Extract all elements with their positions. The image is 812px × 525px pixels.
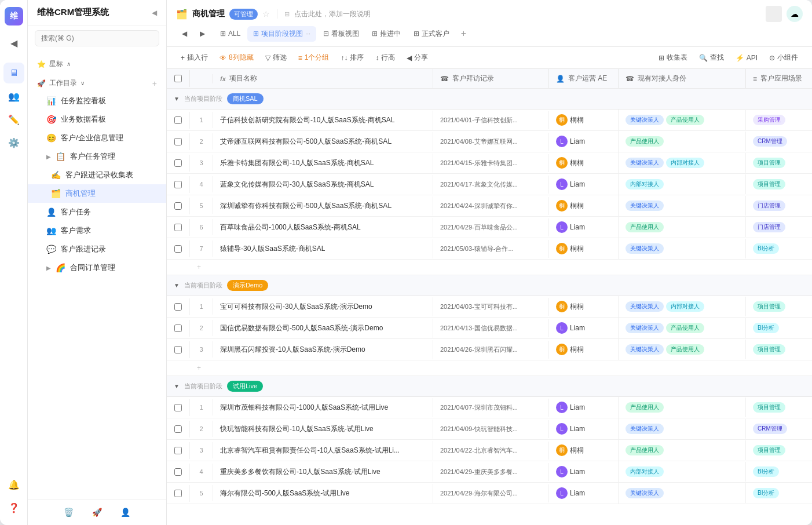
tab-kanban[interactable]: ⊟ 看板视图 (317, 26, 365, 42)
row-checkbox[interactable] (174, 303, 182, 311)
td-check[interactable] (167, 399, 190, 416)
search-input[interactable] (35, 30, 159, 46)
td-name[interactable]: 子信科技创新研究院有限公司-10人版SaaS系统-商机SAL (213, 111, 433, 130)
nav-icon-help[interactable]: ❓ (3, 497, 24, 518)
td-check[interactable] (167, 341, 190, 358)
sidebar-item-need[interactable]: 👥 客户需求 (28, 221, 166, 240)
add-row-demo[interactable]: + (167, 360, 812, 376)
group-btn[interactable]: ≡ 1个分组 (294, 50, 334, 65)
tab-advance[interactable]: ⊞ 推进中 (366, 26, 407, 42)
row-checkbox[interactable] (174, 325, 182, 332)
td-name[interactable]: 猿辅导-30人版SaaS系统-商机SAL (213, 239, 433, 258)
td-check[interactable] (167, 485, 190, 502)
user-avatar-small[interactable] (766, 6, 782, 22)
td-name[interactable]: 乐雅卡特集团有限公司-10人版SaaS系统-商机SAL (213, 154, 433, 173)
height-btn[interactable]: ↕ 行高 (371, 50, 400, 65)
td-check[interactable] (167, 176, 190, 193)
td-name[interactable]: 艾帝娜互联网科技有限公司-500人版SaaS系统-商机SAL (213, 132, 433, 151)
nav-icon-bell[interactable]: 🔔 (3, 474, 24, 495)
rocket-btn[interactable]: 🚀 (86, 504, 108, 520)
row-checkbox[interactable] (174, 490, 182, 497)
sidebar-item-ctask[interactable]: 👤 客户任务 (28, 203, 166, 221)
sidebar-item-contract[interactable]: ▶ 🌈 合同订单管理 (28, 258, 166, 277)
group-demo-collapse[interactable]: ▼ (174, 282, 180, 289)
find-btn[interactable]: 🔍 查找 (694, 50, 729, 65)
sidebar-item-opp[interactable]: 🗂️ 商机管理 (28, 184, 166, 203)
row-checkbox[interactable] (174, 116, 182, 124)
insert-row-btn[interactable]: + 插入行 (176, 50, 213, 65)
row-checkbox[interactable] (174, 404, 182, 411)
td-check[interactable] (167, 320, 190, 337)
favorite-icon[interactable]: ☆ (262, 9, 270, 19)
td-name[interactable]: 重庆美多多餐饮有限公司-10人版SaaS系统-试用Live (213, 462, 433, 482)
td-check[interactable] (167, 112, 190, 129)
td-name[interactable]: 深圳市茂钿科技有限公司-1000人版SaaS系统-试用Live (213, 398, 433, 417)
td-visit: 2021/04/26-深圳黑石闪耀... (433, 341, 549, 359)
add-workdir-btn[interactable]: + (152, 79, 157, 88)
row-checkbox[interactable] (174, 202, 182, 210)
view-nav-forward[interactable]: ▶ (194, 27, 211, 41)
collect-btn[interactable]: ⊞ 收集表 (654, 50, 692, 65)
row-checkbox[interactable] (174, 138, 182, 145)
add-row-sal[interactable]: + (167, 260, 812, 275)
add-view-btn[interactable]: + (456, 25, 471, 42)
row-checkbox[interactable] (174, 181, 182, 188)
sidebar-item-task-mgmt[interactable]: ▶ 📋 客户任务管理 (28, 147, 166, 166)
cloud-icon[interactable]: ☁ (787, 6, 803, 22)
th-checkbox[interactable] (167, 70, 190, 87)
td-check[interactable] (167, 198, 190, 214)
starred-section-header[interactable]: ⭐ 星标 ∧ (28, 56, 166, 72)
tab-stage[interactable]: ⊞ 项目阶段视图 ··· (247, 26, 316, 42)
tab-official[interactable]: ⊞ 正式客户 (408, 26, 455, 42)
row-checkbox[interactable] (174, 425, 182, 433)
td-check[interactable] (167, 442, 190, 459)
td-name[interactable]: 蓝象文化传媒有限公司-30人版SaaS系统-商机SAL (213, 175, 433, 194)
td-name[interactable]: 北京睿智汽车租赁有限责任公司-10人版SaaS系统-试用Li... (213, 441, 433, 460)
view-nav-back[interactable]: ◀ (176, 27, 193, 41)
group-live-collapse[interactable]: ▼ (174, 383, 180, 389)
sidebar-item-follow[interactable]: ✍️ 客户跟进记录收集表 (28, 166, 166, 184)
sidebar-item-biz[interactable]: 🎯 业务数据看板 (28, 110, 166, 129)
widget-btn[interactable]: ⊙ 小组件 (765, 50, 803, 65)
td-check[interactable] (167, 155, 190, 172)
row-checkbox[interactable] (174, 468, 182, 476)
user-add-btn[interactable]: 👤 (115, 504, 136, 520)
trash-btn[interactable]: 🗑️ (58, 504, 79, 520)
nav-icon-monitor[interactable]: 🖥 (3, 63, 24, 83)
td-name[interactable]: 深圳黑石闪耀投资-10人版SaaS系统-演示Demo (213, 340, 433, 359)
td-check[interactable] (167, 464, 190, 480)
td-check[interactable] (167, 298, 190, 315)
td-check[interactable] (167, 219, 190, 236)
td-name[interactable]: 深圳诚挚有你科技有限公司-500人版SaaS系统-商机SAL (213, 196, 433, 216)
nav-icon-gear[interactable]: ⚙️ (3, 132, 24, 153)
row-checkbox[interactable] (174, 346, 182, 353)
td-check[interactable] (167, 421, 190, 437)
hidden-cols-btn[interactable]: 👁 8列隐藏 (215, 50, 258, 65)
sort-btn[interactable]: ↑↓ 排序 (336, 50, 368, 65)
filter-btn[interactable]: ▽ 筛选 (261, 50, 291, 65)
sidebar-item-clog[interactable]: 💬 客户跟进记录 (28, 240, 166, 258)
nav-icon-settings[interactable]: ✏️ (3, 109, 24, 130)
share-btn[interactable]: ◀ 分享 (402, 50, 433, 65)
row-checkbox[interactable] (174, 224, 182, 231)
workdir-header[interactable]: 🚀 工作目录 ∨ + (28, 75, 166, 92)
sidebar-item-customer[interactable]: 😊 客户/企业信息管理 (28, 129, 166, 147)
td-name[interactable]: 百草味食品公司-1000人版SaaS系统-商机SAL (213, 218, 433, 237)
td-name[interactable]: 宝可可科技有限公司-30人版SaaS系统-演示Demo (213, 297, 433, 316)
sidebar-collapse-btn[interactable]: ◀ (152, 9, 157, 17)
td-name[interactable]: 国信优易数据有限公司-500人版SaaS系统-演示Demo (213, 319, 433, 338)
nav-icon-users[interactable]: 👥 (3, 86, 24, 107)
collapse-sidebar-btn[interactable]: ◀ (3, 32, 24, 53)
row-checkbox[interactable] (174, 245, 182, 253)
header-checkbox[interactable] (174, 75, 182, 82)
td-check[interactable] (167, 133, 190, 150)
sidebar-item-monitor[interactable]: 📊 任务监控看板 (28, 92, 166, 110)
group-sal-collapse[interactable]: ▼ (174, 96, 180, 102)
td-check[interactable] (167, 240, 190, 257)
row-checkbox[interactable] (174, 159, 182, 167)
row-checkbox[interactable] (174, 447, 182, 454)
api-btn[interactable]: ⚡ API (731, 52, 762, 64)
tab-all[interactable]: ⊞ ALL (214, 27, 246, 41)
td-name[interactable]: 海尔有限公司-500人版SaaS系统-试用Live (213, 484, 433, 503)
td-name[interactable]: 快玩智能科技有限公司-10人版SaaS系统-试用Live (213, 420, 433, 439)
